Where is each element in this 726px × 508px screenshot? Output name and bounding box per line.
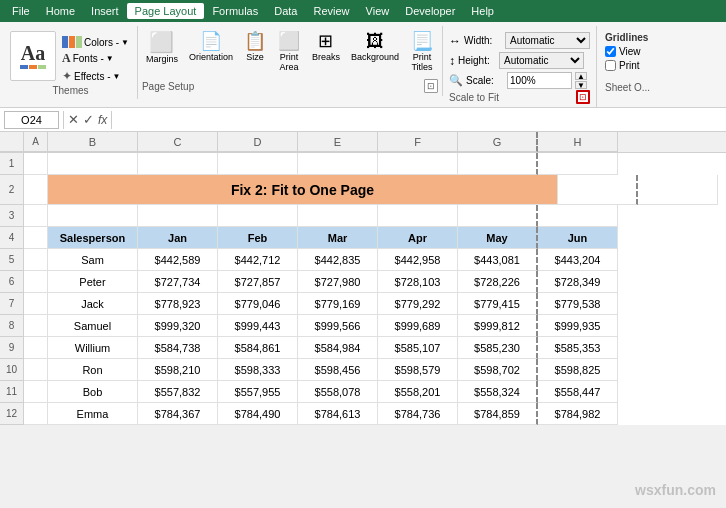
scale-down-button[interactable]: ▼ [575, 81, 587, 89]
menu-item-developer[interactable]: Developer [397, 3, 463, 19]
menu-item-help[interactable]: Help [463, 3, 502, 19]
fonts-button[interactable]: A Fonts - ▼ [60, 50, 131, 67]
background-button[interactable]: 🖼 Background [347, 30, 403, 64]
page-setup-label: Page Setup [142, 81, 194, 92]
orientation-button[interactable]: 📄 Orientation [185, 30, 237, 64]
scale-up-button[interactable]: ▲ [575, 72, 587, 80]
table-row: 9 Willium $584,738 $584,861 $584,984 $58… [0, 337, 726, 359]
menu-item-home[interactable]: Home [38, 3, 83, 19]
scale-launcher[interactable]: ⊡ [576, 90, 590, 104]
gridlines-print-label: Print [619, 60, 640, 71]
height-icon: ↕ [449, 54, 455, 68]
width-select[interactable]: Automatic 1 page 2 pages [505, 32, 590, 49]
menu-item-file[interactable]: File [4, 3, 38, 19]
table-row: 4 Salesperson Jan Feb Mar Apr May Jun [0, 227, 726, 249]
menu-item-review[interactable]: Review [305, 3, 357, 19]
column-headers: A B C D E F G H [0, 132, 726, 153]
function-icon: fx [98, 113, 107, 127]
themes-button[interactable]: Aa [10, 31, 56, 81]
scale-input[interactable] [507, 72, 572, 89]
spreadsheet-title: Fix 2: Fit to One Page [48, 175, 558, 205]
table-row: 12 Emma $784,367 $784,490 $784,613 $784,… [0, 403, 726, 425]
scale-to-fit-label: Scale to Fit [449, 92, 499, 103]
formula-input[interactable] [116, 111, 722, 129]
effects-button[interactable]: ✦ Effects - ▼ [60, 68, 131, 84]
colors-button[interactable]: Colors - ▼ [60, 35, 131, 49]
table-row: 3 [0, 205, 726, 227]
formula-bar: ✕ ✓ fx [0, 108, 726, 132]
sheet-options-label: Sheet O... [605, 81, 650, 94]
scale-icon: 🔍 [449, 74, 463, 87]
table-row: 2 Fix 2: Fit to One Page [0, 175, 726, 205]
width-label: Width: [464, 35, 502, 46]
size-button[interactable]: 📋 Size [240, 30, 270, 64]
menu-item-formulas[interactable]: Formulas [204, 3, 266, 19]
table-row: 6 Peter $727,734 $727,857 $727,980 $728,… [0, 271, 726, 293]
gridlines-header: Gridlines [605, 32, 648, 43]
margins-button[interactable]: ⬜ Margins [142, 30, 182, 66]
cancel-icon: ✕ [68, 112, 79, 127]
gridlines-view-checkbox[interactable] [605, 46, 616, 57]
table-row: 11 Bob $557,832 $557,955 $558,078 $558,2… [0, 381, 726, 403]
breaks-button[interactable]: ⊞ Breaks [308, 30, 344, 64]
height-label: Height: [458, 55, 496, 66]
table-row: 10 Ron $598,210 $598,333 $598,456 $598,5… [0, 359, 726, 381]
ribbon: Aa Colors - ▼ [0, 22, 726, 108]
table-row: 7 Jack $778,923 $779,046 $779,169 $779,2… [0, 293, 726, 315]
print-titles-button[interactable]: 📃 PrintTitles [406, 30, 438, 74]
spreadsheet: A B C D E F G H 1 2 Fix 2: Fit to One Pa… [0, 132, 726, 425]
themes-group-label: Themes [10, 84, 131, 97]
menu-item-insert[interactable]: Insert [83, 3, 127, 19]
scale-label: Scale: [466, 75, 504, 86]
gridlines-view-label: View [619, 46, 641, 57]
menu-bar: const pd = JSON.parse(document.getElemen… [0, 0, 726, 22]
confirm-icon: ✓ [83, 112, 94, 127]
name-box[interactable] [4, 111, 59, 129]
gridlines-print-checkbox[interactable] [605, 60, 616, 71]
menu-item-data[interactable]: Data [266, 3, 305, 19]
menu-item-view[interactable]: View [358, 3, 398, 19]
table-row: 5 Sam $442,589 $442,712 $442,835 $442,95… [0, 249, 726, 271]
width-icon: ↔ [449, 34, 461, 48]
print-area-button[interactable]: ⬜ PrintArea [273, 30, 305, 74]
table-row: 8 Samuel $999,320 $999,443 $999,566 $999… [0, 315, 726, 337]
table-row: 1 [0, 153, 726, 175]
page-setup-launcher[interactable]: ⊡ [424, 79, 438, 93]
height-select[interactable]: Automatic 1 page [499, 52, 584, 69]
menu-item-page-layout[interactable]: Page Layout [127, 3, 205, 19]
